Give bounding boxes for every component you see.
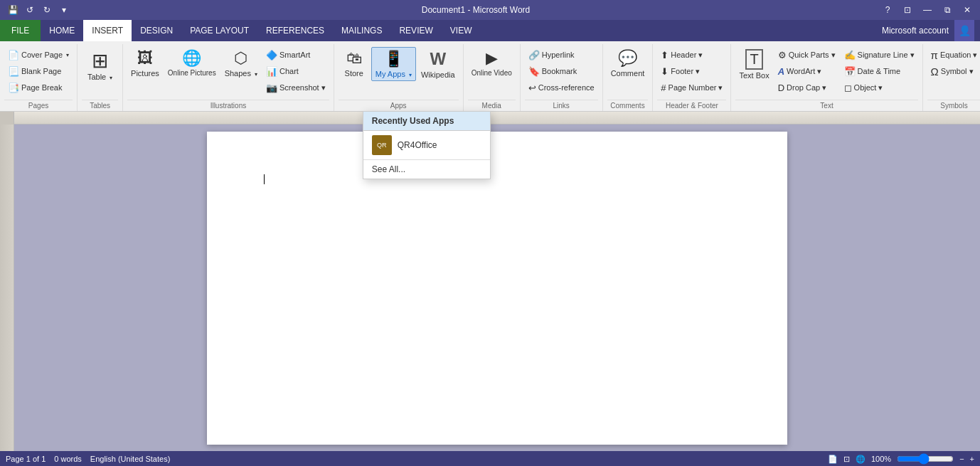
chart-icon: 📊 bbox=[266, 66, 277, 77]
online-video-icon: ▶ bbox=[486, 49, 498, 68]
customize-icon[interactable]: ▾ bbox=[57, 3, 71, 17]
close-icon[interactable]: ✕ bbox=[960, 3, 974, 17]
quick-parts-button[interactable]: ⚙ Quick Parts ▾ bbox=[774, 47, 839, 63]
cover-page-icon: 📄 bbox=[8, 50, 19, 60]
wordart-icon: A bbox=[778, 66, 784, 77]
header-icon: ⬆ bbox=[661, 50, 669, 60]
menu-insert[interactable]: INSERT bbox=[83, 20, 132, 41]
date-time-button[interactable]: 📅 Date & Time bbox=[841, 63, 918, 79]
account-name[interactable]: Microsoft account bbox=[882, 26, 949, 36]
shapes-button[interactable]: ⬡ Shapes ▾ bbox=[221, 47, 261, 80]
view-web-icon[interactable]: 🌐 bbox=[856, 455, 866, 464]
online-video-button[interactable]: ▶ Online Video bbox=[468, 47, 516, 79]
minimize-icon[interactable]: — bbox=[920, 3, 934, 17]
maximize-icon[interactable]: ⧉ bbox=[940, 3, 954, 17]
footer-button[interactable]: ⬇ Footer ▾ bbox=[657, 63, 726, 79]
my-apps-button[interactable]: 📱 My Apps ▾ bbox=[371, 47, 416, 81]
ribbon-group-pages: 📄 Cover Page ▾ 📃 Blank Page 📑 Page Break… bbox=[0, 44, 78, 111]
word-count: 0 words bbox=[54, 455, 82, 463]
menu-review[interactable]: REVIEW bbox=[390, 20, 441, 41]
page-count: Page 1 of 1 bbox=[6, 455, 46, 463]
apps-group-label: Apps bbox=[339, 100, 459, 111]
undo-icon[interactable]: ↺ bbox=[23, 3, 37, 17]
menu-design[interactable]: DESIGN bbox=[132, 20, 181, 41]
view-full-icon[interactable]: ⊡ bbox=[843, 455, 850, 464]
drop-cap-button[interactable]: D Drop Cap ▾ bbox=[774, 80, 839, 95]
text-box-icon: T bbox=[745, 49, 762, 70]
qr4office-label: QR4Office bbox=[398, 140, 437, 150]
document-page[interactable] bbox=[207, 132, 787, 445]
ribbon-group-illustrations: 🖼 Pictures 🌐 Online Pictures ⬡ Shapes ▾ … bbox=[123, 44, 334, 111]
hyperlink-button[interactable]: 🔗 Hyperlink bbox=[525, 47, 598, 63]
cover-page-button[interactable]: 📄 Cover Page ▾ bbox=[4, 47, 73, 63]
ribbon-group-comments: 💬 Comment Comments bbox=[603, 44, 654, 111]
wikipedia-button[interactable]: W Wikipedia bbox=[417, 47, 459, 81]
document-content[interactable] bbox=[14, 125, 980, 451]
horizontal-ruler bbox=[14, 112, 980, 125]
object-button[interactable]: ◻ Object ▾ bbox=[841, 80, 918, 95]
pictures-button[interactable]: 🖼 Pictures bbox=[127, 47, 163, 80]
menu-file[interactable]: FILE bbox=[0, 20, 41, 41]
ribbon-group-tables: ⊞ Table ▾ Tables bbox=[78, 44, 123, 111]
page-break-button[interactable]: 📑 Page Break bbox=[4, 80, 73, 95]
tables-group-label: Tables bbox=[82, 100, 118, 111]
equation-button[interactable]: π Equation ▾ bbox=[927, 47, 980, 63]
menu-references[interactable]: REFERENCES bbox=[257, 20, 333, 41]
ribbon-toggle-icon[interactable]: ⊡ bbox=[900, 3, 915, 17]
online-pictures-icon: 🌐 bbox=[182, 49, 201, 68]
symbol-icon: Ω bbox=[931, 65, 939, 78]
my-apps-dropdown: Recently Used Apps QR QR4Office See All.… bbox=[363, 111, 491, 179]
language: English (United States) bbox=[90, 455, 171, 463]
comment-button[interactable]: 💬 Comment bbox=[607, 47, 649, 80]
comment-icon: 💬 bbox=[618, 49, 637, 68]
screenshot-button[interactable]: 📷 Screenshot ▾ bbox=[262, 80, 329, 95]
text-cursor bbox=[264, 174, 265, 184]
menu-mailings[interactable]: MAILINGS bbox=[333, 20, 390, 41]
wikipedia-icon: W bbox=[430, 49, 447, 69]
blank-page-button[interactable]: 📃 Blank Page bbox=[4, 63, 73, 79]
svg-rect-0 bbox=[14, 112, 980, 125]
equation-icon: π bbox=[931, 49, 938, 61]
ribbon-group-links: 🔗 Hyperlink 🔖 Bookmark ↩ Cross-reference… bbox=[521, 44, 603, 111]
illustrations-group-label: Illustrations bbox=[127, 100, 329, 111]
account-avatar: 👤 bbox=[954, 20, 974, 41]
see-all-button[interactable]: See All... bbox=[363, 159, 490, 179]
my-apps-icon: 📱 bbox=[384, 50, 403, 68]
page-number-button[interactable]: # Page Number ▾ bbox=[657, 80, 726, 95]
account-area: Microsoft account 👤 bbox=[882, 20, 980, 41]
smartart-icon: 🔷 bbox=[266, 50, 277, 60]
menu-home[interactable]: HOME bbox=[41, 20, 83, 41]
date-time-icon: 📅 bbox=[844, 66, 856, 77]
zoom-in-icon[interactable]: + bbox=[970, 455, 974, 463]
menu-view[interactable]: VIEW bbox=[442, 20, 481, 41]
cross-reference-icon: ↩ bbox=[528, 83, 536, 93]
save-icon[interactable]: 💾 bbox=[6, 3, 20, 17]
text-box-button[interactable]: T Text Box bbox=[735, 47, 772, 82]
zoom-slider[interactable] bbox=[897, 453, 954, 465]
page-number-icon: # bbox=[661, 83, 666, 93]
menu-page-layout[interactable]: PAGE LAYOUT bbox=[181, 20, 257, 41]
qr4office-icon: QR bbox=[372, 135, 392, 155]
bookmark-icon: 🔖 bbox=[528, 66, 540, 77]
view-print-icon[interactable]: 📄 bbox=[828, 455, 838, 464]
ribbon-group-apps: 🛍 Store 📱 My Apps ▾ W Wikipedia Apps Rec… bbox=[334, 44, 464, 111]
table-button[interactable]: ⊞ Table ▾ bbox=[81, 47, 119, 83]
smartart-button[interactable]: 🔷 SmartArt bbox=[262, 47, 329, 63]
header-button[interactable]: ⬆ Header ▾ bbox=[657, 47, 726, 63]
chart-button[interactable]: 📊 Chart bbox=[262, 63, 329, 79]
cross-reference-button[interactable]: ↩ Cross-reference bbox=[525, 80, 598, 95]
qr4office-item[interactable]: QR QR4Office bbox=[363, 131, 490, 159]
window-title: Document1 - Microsoft Word bbox=[71, 5, 880, 15]
signature-line-button[interactable]: ✍ Signature Line ▾ bbox=[841, 47, 918, 63]
redo-icon[interactable]: ↻ bbox=[40, 3, 54, 17]
media-group-label: Media bbox=[468, 100, 516, 111]
ribbon-group-symbols: π Equation ▾ Ω Symbol ▾ Symbols bbox=[923, 44, 980, 111]
online-pictures-button[interactable]: 🌐 Online Pictures bbox=[164, 47, 220, 79]
store-button[interactable]: 🛍 Store bbox=[339, 47, 370, 80]
bookmark-button[interactable]: 🔖 Bookmark bbox=[525, 63, 598, 79]
zoom-out-icon[interactable]: − bbox=[959, 455, 964, 463]
blank-page-icon: 📃 bbox=[8, 66, 19, 77]
help-icon[interactable]: ? bbox=[880, 3, 895, 17]
symbol-button[interactable]: Ω Symbol ▾ bbox=[927, 63, 980, 79]
wordart-button[interactable]: A WordArt ▾ bbox=[774, 63, 839, 79]
